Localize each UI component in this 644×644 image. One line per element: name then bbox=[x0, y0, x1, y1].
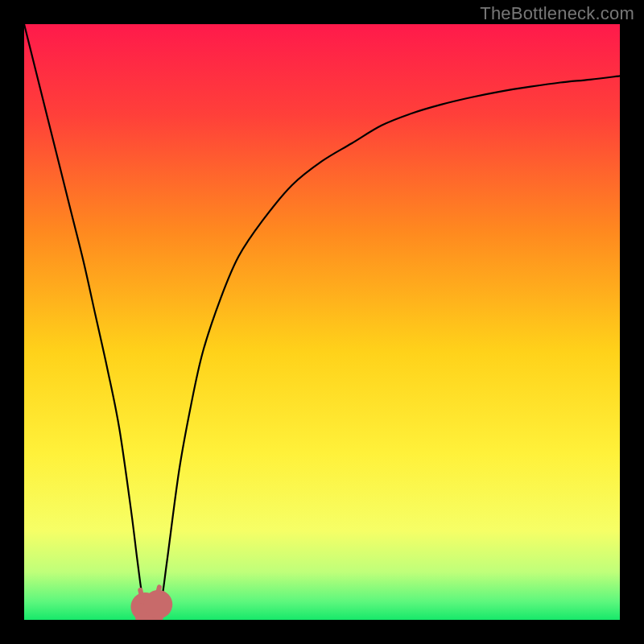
gradient-background bbox=[24, 24, 620, 620]
min-marker-right bbox=[144, 590, 173, 619]
bottleneck-chart bbox=[24, 24, 620, 620]
chart-frame: TheBottleneck.com bbox=[0, 0, 644, 644]
watermark-text: TheBottleneck.com bbox=[480, 3, 634, 24]
plot-area bbox=[24, 24, 620, 620]
